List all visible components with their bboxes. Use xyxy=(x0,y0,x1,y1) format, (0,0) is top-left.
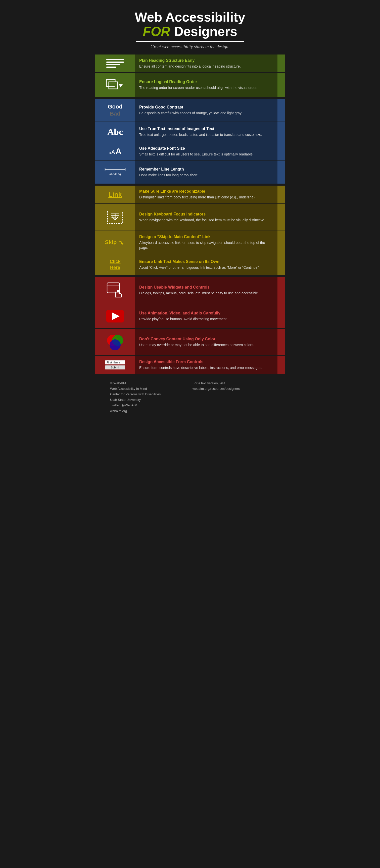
font-size-content: Use Adequate Font Size Small text is dif… xyxy=(135,142,277,160)
item-desc: Ensure form controls have descriptive la… xyxy=(139,365,273,370)
title-line1: Web Accessibility xyxy=(100,10,280,24)
arrow-notch xyxy=(277,122,285,142)
aaa-icon: a A A xyxy=(109,147,121,156)
item-desc: Users may override or may not be able to… xyxy=(139,342,273,347)
item-desc: The reading order for screen reader user… xyxy=(139,85,273,90)
footer-line2: Web Accessibility In Mind xyxy=(110,386,187,392)
line-length-content: Remember Line Length Don't make lines to… xyxy=(135,161,277,184)
video-icon xyxy=(105,309,125,324)
item-desc: Avoid “Click Here” or other ambiguous li… xyxy=(139,265,273,270)
item-desc: A keyboard accessible link for users to … xyxy=(139,240,273,250)
footer-line5: Twitter: @WebAIM xyxy=(110,403,187,408)
svg-point-22 xyxy=(110,339,121,350)
contrast-demo: Good Bad xyxy=(108,103,122,117)
arrow-notch xyxy=(277,329,285,355)
icon-line xyxy=(106,62,124,63)
blue-section: Good Bad Provide Good Contrast Be especi… xyxy=(95,99,285,184)
list-item: ClickHere Ensure Link Text Makes Sense o… xyxy=(95,254,285,275)
notch-shape xyxy=(281,127,285,136)
widgets-content: Design Usable Widgets and Controls Dialo… xyxy=(135,277,277,304)
item-desc: Provide play/pause buttons. Avoid distra… xyxy=(139,316,273,321)
keyboard-icon-cell xyxy=(95,204,135,230)
list-item: Abcdefg Remember Line Length Don't make … xyxy=(95,161,285,184)
form-submit-label: Submit xyxy=(105,366,125,369)
contrast-content: Provide Good Contrast Be especially care… xyxy=(135,99,277,122)
bad-label: Bad xyxy=(110,111,120,117)
item-title: Use Animation, Video, and Audio Carefull… xyxy=(139,311,273,315)
notch-shape xyxy=(281,238,285,247)
links-content: Make Sure Links are Recognizable Disting… xyxy=(135,186,277,203)
clickhere-content: Ensure Link Text Makes Sense on Its Own … xyxy=(135,254,277,275)
true-text-icon-cell: Abc xyxy=(95,122,135,142)
true-text-content: Use True Text Instead of Images of Text … xyxy=(135,122,277,142)
icon-line xyxy=(106,64,120,65)
arrow-notch xyxy=(277,142,285,160)
reading-order-icon xyxy=(105,78,125,92)
keyboard-focus-icon xyxy=(105,209,125,226)
color-circles-icon xyxy=(106,333,124,351)
notch-shape xyxy=(281,338,285,347)
form-content: Design Accessible Form Controls Ensure f… xyxy=(135,356,277,374)
notch-shape xyxy=(281,213,285,222)
item-desc: Ensure all content and design fits into … xyxy=(139,64,273,69)
item-title: Use Adequate Font Size xyxy=(139,146,273,151)
skip-content: Design a “Skip to Main Content” Link A k… xyxy=(135,231,277,254)
click-here-icon: ClickHere xyxy=(110,259,120,271)
title-for: FOR xyxy=(143,24,170,39)
item-desc: Don't make lines too long or too short. xyxy=(139,173,273,178)
header: Web Accessibility FOR Designers Great we… xyxy=(95,0,285,55)
video-content: Use Animation, Video, and Audio Carefull… xyxy=(135,304,277,328)
svg-point-17 xyxy=(117,290,119,292)
list-item: a A A Use Adequate Font Size Small text … xyxy=(95,142,285,160)
abc-icon: Abc xyxy=(107,127,123,137)
item-title: Ensure Link Text Makes Sense on Its Own xyxy=(139,259,273,264)
list-item: First Name Submit Design Accessible Form… xyxy=(95,356,285,374)
svg-marker-5 xyxy=(119,84,123,87)
title-line2: FOR Designers xyxy=(100,24,280,39)
list-item: Design Keyboard Focus Indicators When na… xyxy=(95,204,285,230)
list-item: Good Bad Provide Good Contrast Be especi… xyxy=(95,99,285,122)
line-length-icon-cell: Abcdefg xyxy=(95,161,135,184)
link-icon: Link xyxy=(108,191,122,198)
icon-line xyxy=(106,59,124,60)
item-title: Plan Heading Structure Early xyxy=(139,58,273,63)
olive-section: Link Make Sure Links are Recognizable Di… xyxy=(95,186,285,275)
list-item: Design Usable Widgets and Controls Dialo… xyxy=(95,277,285,304)
list-item: Ensure Logical Reading Order The reading… xyxy=(95,73,285,97)
reading-icon-cell xyxy=(95,73,135,97)
green-section: Plan Heading Structure Early Ensure all … xyxy=(95,55,285,97)
footer-right: For a text version, visit webaim.org/res… xyxy=(187,380,270,414)
footer-left: © WebAIM Web Accessibility In Mind Cente… xyxy=(110,380,187,414)
header-subtitle: Great web accessibility starts in the de… xyxy=(100,44,280,50)
color-icon-cell xyxy=(95,329,135,355)
footer-line6: webaim.org xyxy=(110,408,187,414)
title-designers: Designers xyxy=(174,24,237,39)
arrow-notch xyxy=(277,356,285,374)
arrow-notch xyxy=(277,161,285,184)
footer-right2: webaim.org/resources/designers xyxy=(193,386,270,392)
video-icon-cell xyxy=(95,304,135,328)
item-desc: Small text is difficult for all users to… xyxy=(139,152,273,157)
contrast-icon-cell: Good Bad xyxy=(95,99,135,122)
aaa-a2: A xyxy=(111,149,115,155)
aaa-a3: A xyxy=(116,147,121,156)
lines-icon xyxy=(106,59,124,68)
notch-shape xyxy=(281,59,285,68)
item-desc: Distinguish links from body text using m… xyxy=(139,195,273,200)
keyboard-content: Design Keyboard Focus Indicators When na… xyxy=(135,204,277,230)
list-item: Link Make Sure Links are Recognizable Di… xyxy=(95,186,285,203)
footer-right1: For a text version, visit xyxy=(193,380,270,386)
notch-shape xyxy=(281,106,285,115)
arrow-notch xyxy=(277,73,285,97)
notch-shape xyxy=(281,260,285,269)
linelen-icon: Abcdefg xyxy=(104,165,126,179)
notch-shape xyxy=(281,286,285,295)
good-label: Good xyxy=(108,103,122,110)
heading-content: Plan Heading Structure Early Ensure all … xyxy=(135,55,277,72)
notch-shape xyxy=(281,81,285,89)
arrow-notch xyxy=(277,254,285,275)
list-item: Don’t Convey Content Using Only Color Us… xyxy=(95,329,285,355)
item-title: Use True Text Instead of Images of Text xyxy=(139,127,273,131)
link-icon-cell: Link xyxy=(95,186,135,203)
form-icon-cell: First Name Submit xyxy=(95,356,135,374)
